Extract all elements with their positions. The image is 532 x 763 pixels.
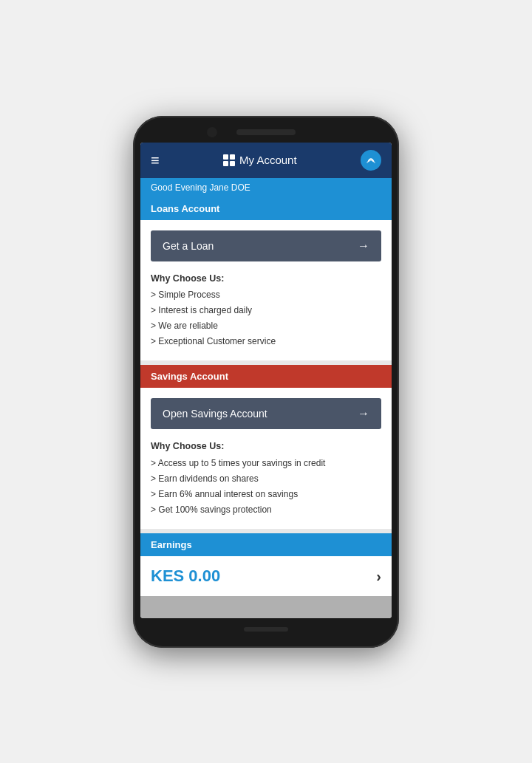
get-loan-button[interactable]: Get a Loan → [151, 230, 381, 261]
phone-speaker [236, 129, 296, 135]
get-loan-label: Get a Loan [163, 240, 214, 252]
earnings-content[interactable]: KES 0.00 › [140, 556, 392, 596]
grid-icon [223, 154, 235, 166]
app-header: ≡ My Account [140, 143, 392, 178]
loans-section-header: Loans Account [140, 197, 392, 220]
savings-title: Savings Account [151, 371, 228, 382]
app-title: My Account [239, 154, 297, 166]
savings-section-content: Open Savings Account → Why Choose Us: > … [140, 388, 392, 529]
earnings-title: Earnings [151, 539, 192, 550]
savings-reason-3: > Earn 6% annual interest on savings [151, 487, 381, 501]
open-savings-label: Open Savings Account [163, 408, 267, 420]
grey-area [140, 596, 392, 618]
app-body[interactable]: Loans Account Get a Loan → Why Choose Us… [140, 197, 392, 618]
loans-section-content: Get a Loan → Why Choose Us: > Simple Pro… [140, 220, 392, 361]
loans-reason-3: > We are reliable [151, 319, 381, 332]
savings-section: Savings Account Open Savings Account → W… [140, 365, 392, 529]
kes-amount: KES 0.00 [151, 567, 220, 586]
hamburger-icon[interactable]: ≡ [151, 153, 160, 168]
earnings-section: Earnings KES 0.00 › [140, 533, 392, 596]
savings-reason-1: > Access up to 5 times your savings in c… [151, 456, 381, 470]
savings-reason-4: > Get 100% savings protection [151, 503, 381, 516]
savings-why-title: Why Choose Us: [151, 439, 381, 454]
loans-title: Loans Account [151, 203, 219, 214]
loans-why-title: Why Choose Us: [151, 272, 381, 286]
loans-reason-2: > Interest is charged daily [151, 304, 381, 317]
header-center: My Account [223, 154, 297, 166]
loans-why-choose: Why Choose Us: > Simple Process > Intere… [151, 272, 381, 349]
loans-reason-1: > Simple Process [151, 288, 381, 301]
get-loan-arrow: → [358, 239, 369, 253]
savings-reason-2: > Earn dividends on shares [151, 472, 381, 485]
loans-reason-4: > Exceptional Customer service [151, 335, 381, 348]
phone-device: ≡ My Account Good Evening Jane DOE [133, 116, 399, 648]
phone-screen: ≡ My Account Good Evening Jane DOE [140, 143, 392, 618]
earnings-section-header: Earnings [140, 533, 392, 556]
greeting-bar: Good Evening Jane DOE [140, 178, 392, 197]
open-savings-button[interactable]: Open Savings Account → [151, 398, 381, 429]
savings-why-choose: Why Choose Us: > Access up to 5 times yo… [151, 439, 381, 516]
logo-icon [361, 150, 381, 171]
loans-section: Loans Account Get a Loan → Why Choose Us… [140, 197, 392, 361]
earnings-chevron-icon[interactable]: › [376, 568, 381, 585]
phone-home-button[interactable] [244, 627, 288, 632]
savings-section-header: Savings Account [140, 365, 392, 388]
greeting-text: Good Evening Jane DOE [151, 182, 250, 193]
open-savings-arrow: → [358, 407, 369, 420]
